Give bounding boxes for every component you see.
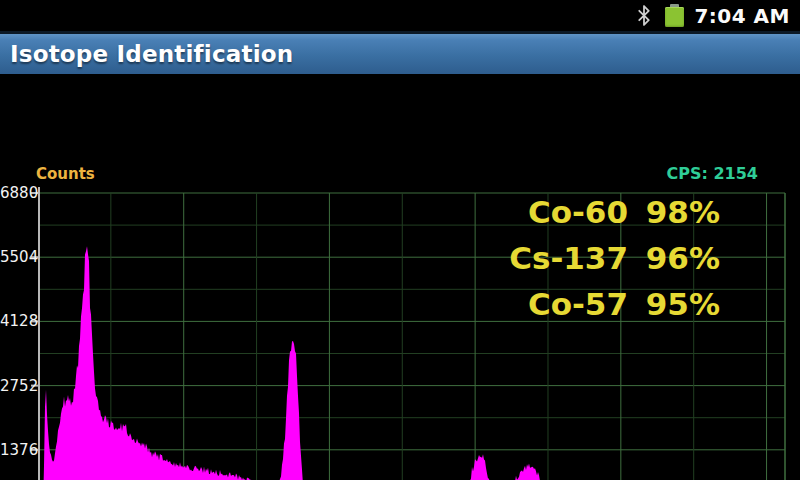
isotope-result: Co-5795%	[488, 281, 720, 327]
page-title: Isotope Identification	[0, 41, 293, 67]
y-tick-label: 5504	[0, 248, 34, 266]
cps-readout: CPS: 2154	[667, 164, 759, 183]
isotope-confidence: 96%	[628, 240, 720, 276]
isotope-name: Cs-137	[488, 240, 628, 276]
status-clock: 7:04 AM	[694, 4, 790, 28]
title-bar: Isotope Identification	[0, 31, 800, 74]
isotope-confidence: 98%	[628, 194, 720, 230]
y-axis-title: Counts	[36, 165, 95, 183]
y-tick-label: 2752	[0, 377, 34, 395]
isotope-result: Co-6098%	[488, 189, 720, 235]
battery-icon	[665, 4, 684, 27]
bluetooth-icon	[637, 5, 651, 26]
isotope-name: Co-60	[488, 194, 628, 230]
isotope-name: Co-57	[488, 286, 628, 322]
isotope-results-list: Co-6098%Cs-13796%Co-5795%	[488, 189, 720, 327]
isotope-result: Cs-13796%	[488, 235, 720, 281]
y-tick-label: 4128	[0, 312, 34, 330]
y-tick-label: 6880	[0, 184, 34, 202]
spectrum-chart-area: Counts KeV CPS: 2154 0137627524128550468…	[0, 74, 800, 480]
status-bar: 7:04 AM	[0, 0, 800, 31]
isotope-confidence: 95%	[628, 286, 720, 322]
y-tick-label: 1376	[0, 441, 34, 459]
